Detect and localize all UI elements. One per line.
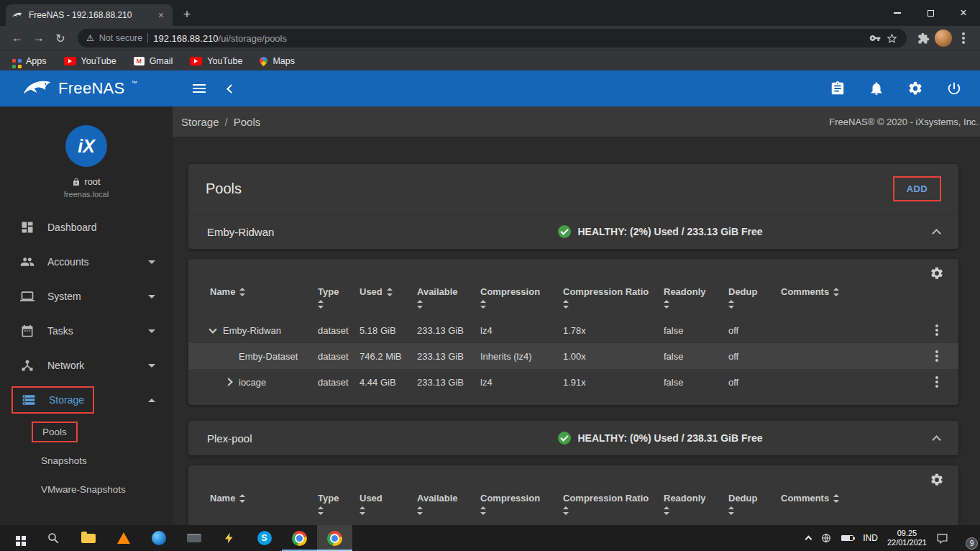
- chrome-icon[interactable]: [282, 525, 317, 551]
- tray-chevron-up-icon[interactable]: [805, 536, 812, 543]
- extensions-puzzle-icon[interactable]: [914, 32, 933, 45]
- column-header-dedup[interactable]: Dedup: [728, 286, 781, 309]
- pool-panel-header-plex-pool[interactable]: Plex-pool HEALTHY: (0%) Used / 238.31 Gi…: [188, 421, 958, 455]
- window-maximize-button[interactable]: [914, 0, 947, 26]
- column-header-type[interactable]: Type: [318, 286, 360, 309]
- pool-panel-header-emby-ridwan[interactable]: Emby-Ridwan HEALTHY: (2%) Used / 233.13 …: [188, 214, 958, 249]
- collapse-nav-button[interactable]: [220, 78, 242, 99]
- column-header-dedup[interactable]: Dedup: [728, 493, 781, 515]
- collapse-chevron-up-icon[interactable]: [932, 229, 941, 238]
- vlc-icon[interactable]: [106, 525, 141, 551]
- collapsed-chevron-icon[interactable]: [224, 378, 232, 386]
- column-header-used[interactable]: Used: [360, 493, 417, 515]
- sidebar-item-storage[interactable]: Storage: [0, 383, 173, 417]
- browser-menu-button[interactable]: [954, 37, 973, 40]
- taskbar-clock[interactable]: 09.25 22/01/2021: [887, 529, 927, 547]
- url-text[interactable]: 192.168.88.210/ui/storage/pools: [153, 33, 287, 44]
- address-bar[interactable]: ⚠ Not secure 192.168.88.210/ui/storage/p…: [78, 29, 907, 47]
- row-actions-button[interactable]: [928, 347, 945, 365]
- browser-tab[interactable]: FreeNAS - 192.168.88.210 ×: [6, 4, 173, 26]
- clock-time: 09.25: [887, 529, 927, 538]
- column-header-compression-ratio[interactable]: Compression Ratio: [563, 286, 664, 309]
- sidebar-item-system[interactable]: System: [0, 279, 173, 314]
- keyboard-app-icon[interactable]: [176, 525, 211, 551]
- reload-button[interactable]: ↻: [50, 32, 70, 45]
- column-header-comments[interactable]: Comments: [781, 286, 920, 297]
- sidenav-toggle-button[interactable]: [188, 78, 210, 99]
- folder-icon: [81, 534, 96, 543]
- bookmark-apps[interactable]: Apps: [12, 56, 47, 66]
- breadcrumb-section[interactable]: Storage: [181, 116, 219, 128]
- sidebar-item-accounts[interactable]: Accounts: [0, 245, 173, 279]
- column-header-type[interactable]: Type: [318, 493, 360, 515]
- freenas-shark-icon: [22, 78, 52, 98]
- table-toolbar: [188, 465, 958, 487]
- file-explorer-icon[interactable]: [70, 525, 106, 551]
- pool-table-card-plex-pool: Name Type Used Available Compression Com…: [188, 465, 958, 525]
- not-secure-label[interactable]: Not secure: [99, 33, 142, 43]
- table-row-emby-ridwan[interactable]: Emby-Ridwan dataset 5.18 GiB 233.13 GiB …: [188, 317, 958, 343]
- bookmark-youtube[interactable]: YouTube: [64, 56, 116, 66]
- column-header-compression-ratio[interactable]: Compression Ratio: [563, 493, 664, 515]
- password-key-icon[interactable]: [869, 32, 881, 44]
- column-label: Compression Ratio: [563, 286, 649, 297]
- table-row-emby-dataset[interactable]: Emby-Dataset dataset 746.2 MiB 233.13 Gi…: [188, 343, 958, 369]
- tab-close-icon[interactable]: ×: [155, 9, 167, 21]
- start-button[interactable]: [0, 525, 35, 551]
- chrome-active-icon[interactable]: [317, 525, 352, 551]
- sidebar-item-network[interactable]: Network: [0, 348, 173, 383]
- expanded-chevron-icon[interactable]: [209, 325, 216, 333]
- column-header-compression[interactable]: Compression: [480, 493, 563, 515]
- sidebar-item-dashboard[interactable]: Dashboard: [0, 210, 173, 245]
- table-settings-gear-icon[interactable]: [930, 473, 944, 487]
- bookmark-star-icon[interactable]: [886, 32, 898, 45]
- table-row-iocage[interactable]: iocage dataset 4.44 GiB 233.13 GiB lz4 1…: [188, 369, 958, 395]
- freenas-logo[interactable]: FreeNAS ™: [0, 78, 173, 99]
- profile-avatar[interactable]: [934, 29, 953, 47]
- network-icon[interactable]: [820, 532, 832, 544]
- bookmark-youtube-2[interactable]: YouTube: [190, 56, 242, 66]
- new-tab-button[interactable]: +: [177, 4, 197, 24]
- annotation-highlight-add: ADD: [893, 176, 941, 201]
- power-icon[interactable]: [945, 80, 963, 97]
- row-actions-button[interactable]: [928, 373, 945, 391]
- add-pool-button[interactable]: ADD: [894, 178, 940, 200]
- column-header-comments[interactable]: Comments: [781, 493, 920, 504]
- alerts-bell-icon[interactable]: [868, 80, 885, 97]
- taskbar-search-button[interactable]: [35, 525, 70, 551]
- window-close-button[interactable]: ×: [947, 0, 980, 26]
- skype-icon[interactable]: S: [247, 525, 282, 551]
- column-header-used[interactable]: Used: [360, 286, 417, 297]
- bookmark-maps[interactable]: Maps: [260, 56, 295, 66]
- window-minimize-button[interactable]: [881, 0, 914, 26]
- lightning-app-icon[interactable]: [211, 525, 247, 551]
- sidebar-item-tasks[interactable]: Tasks: [0, 314, 173, 348]
- bookmarks-bar: Apps YouTube M Gmail YouTube Maps: [0, 50, 980, 70]
- collapse-chevron-up-icon[interactable]: [932, 435, 941, 445]
- tasks-clipboard-icon[interactable]: [829, 80, 846, 97]
- column-header-compression[interactable]: Compression: [480, 286, 563, 309]
- column-header-readonly[interactable]: Readonly: [664, 286, 728, 309]
- sort-icon: [563, 506, 569, 515]
- column-header-name[interactable]: Name: [210, 493, 318, 504]
- back-button[interactable]: ←: [7, 32, 27, 45]
- breadcrumb-separator: /: [225, 116, 228, 128]
- cell-available: 233.13 GiB: [417, 325, 480, 336]
- table-settings-gear-icon[interactable]: [930, 266, 944, 281]
- row-actions-button[interactable]: [928, 322, 945, 339]
- action-center-icon[interactable]: [936, 532, 948, 545]
- battery-icon[interactable]: [841, 535, 853, 541]
- sidebar-subitem-pools[interactable]: Pools: [0, 417, 173, 446]
- url-path: /ui/storage/pools: [219, 33, 287, 44]
- forward-button[interactable]: →: [29, 32, 49, 45]
- language-indicator[interactable]: IND: [863, 533, 878, 543]
- sidebar-subitem-snapshots[interactable]: Snapshots: [0, 446, 173, 475]
- column-header-available[interactable]: Available: [417, 286, 480, 309]
- settings-gear-icon[interactable]: [907, 80, 924, 97]
- column-header-readonly[interactable]: Readonly: [664, 493, 728, 515]
- column-header-available[interactable]: Available: [417, 493, 480, 515]
- column-header-name[interactable]: Name: [210, 286, 318, 297]
- sidebar-subitem-vmware-snapshots[interactable]: VMware-Snapshots: [0, 475, 173, 504]
- bookmark-gmail[interactable]: M Gmail: [134, 56, 173, 66]
- edge-browser-icon[interactable]: [141, 525, 176, 551]
